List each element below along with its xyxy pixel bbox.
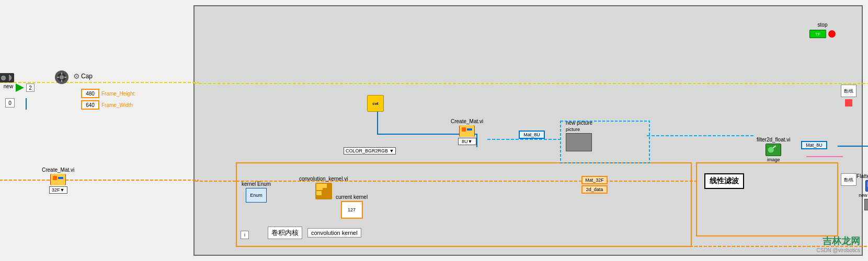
stop-label: stop bbox=[818, 22, 828, 28]
svg-rect-16 bbox=[61, 80, 62, 82]
output-right-bottom: 数/线 bbox=[841, 173, 856, 186]
svg-rect-1 bbox=[462, 127, 466, 132]
svg-rect-12 bbox=[316, 191, 322, 195]
linear-filter-label: 线性滤波 bbox=[704, 173, 744, 189]
watermark: 吉林龙网 CSDN @virobotics bbox=[816, 235, 860, 253]
32f-dropdown[interactable]: 32F▼ bbox=[49, 186, 67, 194]
mat-8u-output-1: Mat_8U bbox=[519, 130, 545, 139]
camera-input-left[interactable] bbox=[0, 73, 9, 82]
canvas-area: stop TF cvt COLOR_BGR2RGB ▼ Create_Mat.v… bbox=[193, 5, 863, 256]
svg-rect-21 bbox=[58, 177, 63, 179]
filter2d-float-vi: filter2d_float.vi image bbox=[757, 137, 790, 162]
create-mat-vi-2: Create_Mat.vi 32F▼ bbox=[42, 167, 74, 194]
filter2d-label: filter2d_float.vi bbox=[757, 137, 790, 143]
cap-block: ⚙ Cap bbox=[73, 72, 93, 80]
8u-dropdown-1[interactable]: 8U▼ bbox=[458, 138, 476, 145]
new-picture-2-display[interactable] bbox=[864, 199, 868, 210]
svg-rect-11 bbox=[323, 184, 327, 188]
play-button[interactable] bbox=[16, 84, 24, 92]
svg-rect-17 bbox=[57, 77, 59, 78]
svg-rect-20 bbox=[53, 176, 57, 180]
new-picture-block: new picture picture bbox=[566, 120, 592, 151]
color-bgr2rgb-dropdown[interactable]: COLOR_BGR2RGB ▼ bbox=[344, 147, 396, 155]
current-kernel-block: current kernel 127 bbox=[336, 194, 368, 219]
mat-8u-output-2: Mat_8U bbox=[801, 141, 827, 149]
left-wire-layer bbox=[0, 5, 193, 256]
play-area: 2 bbox=[16, 84, 35, 92]
value-2: 2 bbox=[26, 84, 35, 92]
create-mat-vi-2-label: Create_Mat.vi bbox=[42, 167, 74, 173]
frame-height-label: Frame_Height bbox=[101, 91, 134, 97]
svg-rect-2 bbox=[467, 128, 472, 130]
frame-width-label: Frame_Width bbox=[101, 102, 133, 108]
left-panel: new ⚙ Cap 2 0 480 Frame_Height 640 Frame… bbox=[0, 5, 193, 256]
output-right-top: 数/线 bbox=[841, 85, 856, 106]
new-picture-display[interactable] bbox=[566, 133, 592, 151]
stop-circle-btn[interactable] bbox=[828, 30, 836, 38]
jujuan-neixin-text: 卷积内核 convolution kernel bbox=[268, 227, 361, 239]
create-mat-vi-1-label: Create_Mat.vi bbox=[451, 118, 483, 124]
cvt-color-block[interactable]: cvt bbox=[367, 95, 384, 112]
svg-rect-10 bbox=[316, 184, 323, 190]
frame-height-ctrl: 480 Frame_Height bbox=[81, 89, 134, 98]
kernel-enum-block: kernel Enum Enum bbox=[242, 181, 271, 203]
frame-width-ctrl: 640 Frame_Width bbox=[81, 100, 133, 110]
svg-rect-18 bbox=[64, 77, 66, 78]
svg-rect-15 bbox=[61, 73, 62, 75]
value-0: 0 bbox=[5, 98, 15, 108]
stop-button-green[interactable]: TF bbox=[809, 30, 826, 38]
loop-counter: i bbox=[241, 231, 249, 239]
svg-point-14 bbox=[60, 75, 64, 79]
mat-32f-output: Mat_32F 2d_data bbox=[581, 176, 608, 194]
new-picture-label: new picture bbox=[566, 120, 592, 126]
camera-node-2[interactable] bbox=[55, 70, 68, 84]
stop-area: stop TF bbox=[809, 22, 836, 38]
create-mat-vi-1: Create_Mat.vi 8U▼ bbox=[451, 118, 483, 145]
